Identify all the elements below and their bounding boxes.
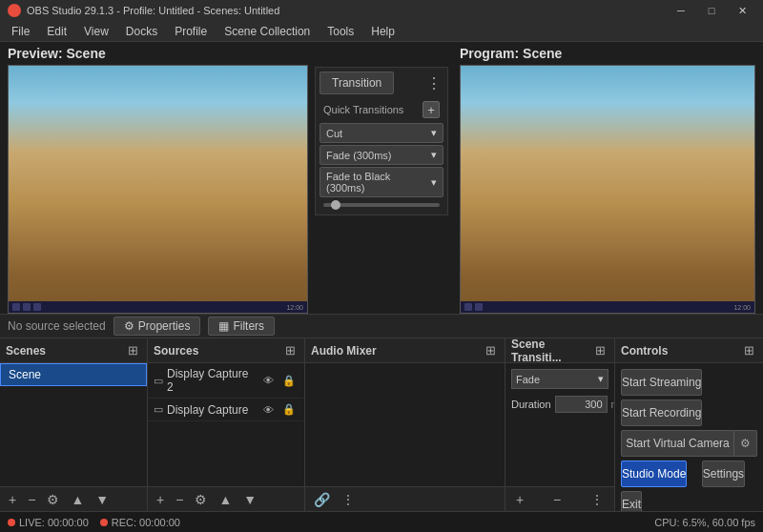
menu-view[interactable]: View (76, 23, 116, 40)
duration-label: Duration (511, 399, 551, 410)
audio-dots-button[interactable]: ⋮ (337, 490, 360, 509)
main-content: Preview: Scene 12:00 Transition ⋮ Quick … (0, 42, 763, 532)
scenes-panel-header: Scenes ⊞ (0, 338, 147, 363)
minimize-button[interactable]: ─ (668, 2, 694, 19)
chevron-down-icon-3: ▾ (431, 176, 437, 189)
scene-transition-add-button[interactable]: + (511, 490, 528, 509)
source-eye-button-1[interactable]: 👁 (260, 374, 277, 388)
source-item-display-capture-2[interactable]: ▭ Display Capture 2 👁 🔒 (148, 363, 304, 399)
scenes-down-button[interactable]: ▼ (91, 490, 113, 509)
fade-black-transition-dropdown[interactable]: Fade to Black (300ms) ▾ (320, 167, 443, 197)
menu-docks[interactable]: Docks (118, 23, 165, 40)
scene-transition-bottom-bar: + − ⋮ (505, 486, 614, 511)
scene-transition-dots-button[interactable]: ⋮ (586, 490, 608, 509)
taskbar-clock: 12:00 (286, 304, 303, 311)
preview-right-label: Program: Scene (460, 46, 755, 61)
start-virtual-camera-button[interactable]: Start Virtual Camera (621, 430, 734, 457)
source-lock-button-1[interactable]: 🔒 (279, 374, 299, 388)
taskbar-icon-3 (33, 303, 41, 311)
app-icon (8, 4, 21, 17)
scenes-add-button[interactable]: + (4, 490, 21, 509)
sources-down-button[interactable]: ▼ (238, 490, 261, 509)
title-bar: OBS Studio 29.1.3 - Profile: Untitled - … (0, 0, 763, 21)
menu-profile[interactable]: Profile (167, 23, 215, 40)
program-taskbar-clock: 12:00 (733, 304, 751, 311)
close-button[interactable]: ✕ (729, 2, 755, 19)
settings-button[interactable]: Settings (702, 460, 745, 487)
transition-dots-button[interactable]: ⋮ (424, 74, 443, 92)
scenes-panel: Scenes ⊞ Scene + − ⚙ ▲ ▼ (0, 338, 148, 511)
controls-panel-title: Controls (621, 344, 668, 358)
status-bar: LIVE: 00:00:00 REC: 00:00:00 CPU: 6.5%, … (0, 511, 763, 532)
transition-slider[interactable] (323, 203, 440, 207)
scene-transition-fade-select[interactable]: Fade ▾ (511, 369, 608, 389)
cut-transition-dropdown[interactable]: Cut ▾ (320, 123, 443, 143)
window-title: OBS Studio 29.1.3 - Profile: Untitled - … (27, 5, 668, 16)
start-recording-button[interactable]: Start Recording (621, 399, 702, 426)
filters-button[interactable]: ▦ Filters (208, 317, 275, 336)
scene-transition-remove-button[interactable]: − (548, 490, 566, 509)
controls-panel-icons: ⊞ (741, 342, 757, 358)
scene-transition-icon-btn[interactable]: ⊞ (592, 342, 608, 358)
menu-tools[interactable]: Tools (320, 23, 361, 40)
chevron-down-icon-2: ▾ (431, 149, 437, 161)
filter-icon: ▦ (218, 319, 229, 333)
transition-slider-thumb (331, 200, 340, 210)
menu-edit[interactable]: Edit (39, 23, 74, 40)
sources-add-button[interactable]: + (152, 490, 169, 509)
audio-mixer-panel: Audio Mixer ⊞ 🔗 ⋮ (305, 338, 505, 511)
scene-transition-panel-icons: ⊞ (592, 342, 608, 358)
scenes-panel-icon-btn[interactable]: ⊞ (125, 342, 141, 358)
program-taskbar: 12:00 (461, 301, 754, 313)
scenes-config-button[interactable]: ⚙ (42, 490, 64, 509)
panels-row: Scenes ⊞ Scene + − ⚙ ▲ ▼ Sources (0, 338, 763, 511)
source-eye-button-2[interactable]: 👁 (260, 402, 277, 417)
scene-transition-panel: Scene Transiti... ⊞ Fade ▾ Duration ms (505, 338, 615, 511)
audio-mixer-icon-btn[interactable]: ⊞ (483, 342, 499, 358)
preview-left-video[interactable]: 12:00 (8, 65, 308, 314)
transition-header: Transition ⋮ (320, 72, 443, 94)
source-item-display-capture[interactable]: ▭ Display Capture 👁 🔒 (148, 399, 304, 421)
properties-button[interactable]: ⚙ Properties (113, 317, 201, 336)
sources-remove-button[interactable]: − (171, 490, 188, 509)
audio-mixer-panel-content (305, 363, 505, 486)
duration-input[interactable] (555, 396, 608, 413)
sources-panel-icons: ⊞ (282, 342, 299, 358)
taskbar-icon-1 (12, 303, 20, 311)
virtual-camera-gear-button[interactable]: ⚙ (734, 430, 757, 457)
audio-mixer-panel-icons: ⊞ (483, 342, 499, 358)
menu-help[interactable]: Help (363, 23, 402, 40)
scenes-panel-title: Scenes (6, 344, 46, 358)
rec-dot (100, 519, 108, 526)
source-controls-2: 👁 🔒 (260, 402, 299, 417)
scenes-remove-button[interactable]: − (23, 490, 40, 509)
audio-link-button[interactable]: 🔗 (309, 490, 335, 509)
scenes-up-button[interactable]: ▲ (66, 490, 89, 509)
live-label: LIVE: 00:00:00 (19, 517, 89, 528)
program-taskbar-icon-2 (475, 303, 483, 311)
audio-mixer-panel-bottom-bar: 🔗 ⋮ (305, 486, 505, 511)
fade-transition-dropdown[interactable]: Fade (300ms) ▾ (320, 145, 443, 165)
quick-transitions-add-button[interactable]: + (423, 101, 440, 118)
sources-panel-title: Sources (154, 344, 198, 358)
source-lock-button-2[interactable]: 🔒 (279, 402, 299, 417)
ms-label: ms (611, 399, 614, 410)
exit-button[interactable]: Exit (621, 491, 642, 511)
start-streaming-button[interactable]: Start Streaming (621, 369, 702, 396)
audio-mixer-panel-header: Audio Mixer ⊞ (305, 338, 505, 363)
controls-panel-icon-btn[interactable]: ⊞ (741, 342, 757, 358)
menu-file[interactable]: File (4, 23, 37, 40)
transition-button[interactable]: Transition (320, 72, 394, 94)
sources-up-button[interactable]: ▲ (214, 490, 237, 509)
menu-scene-collection[interactable]: Scene Collection (217, 23, 318, 40)
preview-right-video[interactable]: 12:00 (460, 65, 755, 314)
chevron-down-icon: ▾ (431, 127, 437, 139)
scene-item-scene[interactable]: Scene (0, 363, 147, 386)
sources-panel-icon-btn[interactable]: ⊞ (282, 342, 299, 358)
preview-section-left: Preview: Scene 12:00 (8, 46, 308, 314)
studio-mode-button[interactable]: Studio Mode (621, 460, 687, 487)
cpu-label: CPU: 6.5%, 60.00 fps (654, 517, 755, 528)
maximize-button[interactable]: □ (698, 2, 725, 19)
scenes-panel-bottom-bar: + − ⚙ ▲ ▼ (0, 486, 147, 511)
sources-config-button[interactable]: ⚙ (190, 490, 212, 509)
